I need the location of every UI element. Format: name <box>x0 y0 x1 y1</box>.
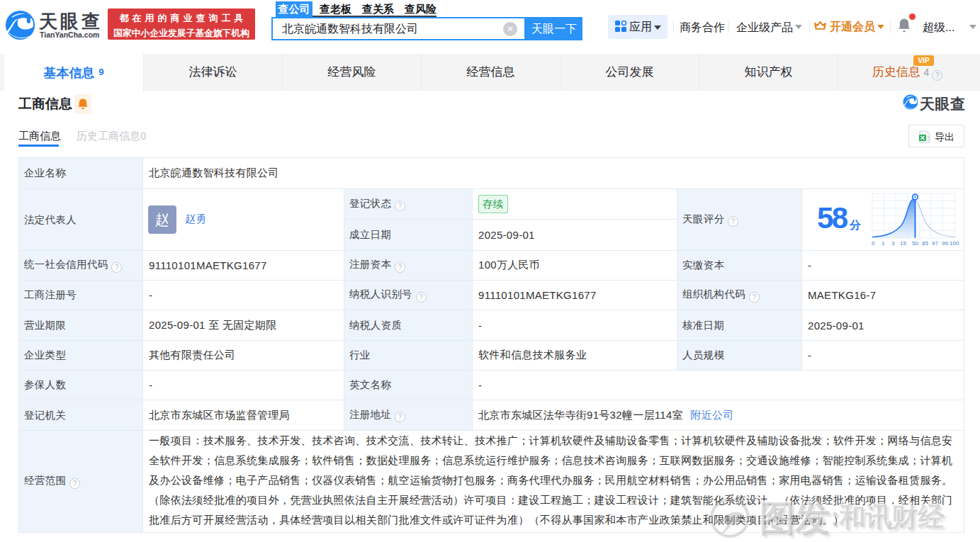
svg-text:99: 99 <box>942 240 948 247</box>
svg-text:1: 1 <box>882 240 885 247</box>
svg-text:50: 50 <box>912 240 918 247</box>
svg-text:100: 100 <box>950 240 959 247</box>
svg-text:85: 85 <box>922 240 928 247</box>
svg-text:3: 3 <box>891 240 895 247</box>
svg-text:97: 97 <box>932 240 938 247</box>
svg-text:0: 0 <box>872 240 875 247</box>
svg-text:15: 15 <box>900 240 906 247</box>
